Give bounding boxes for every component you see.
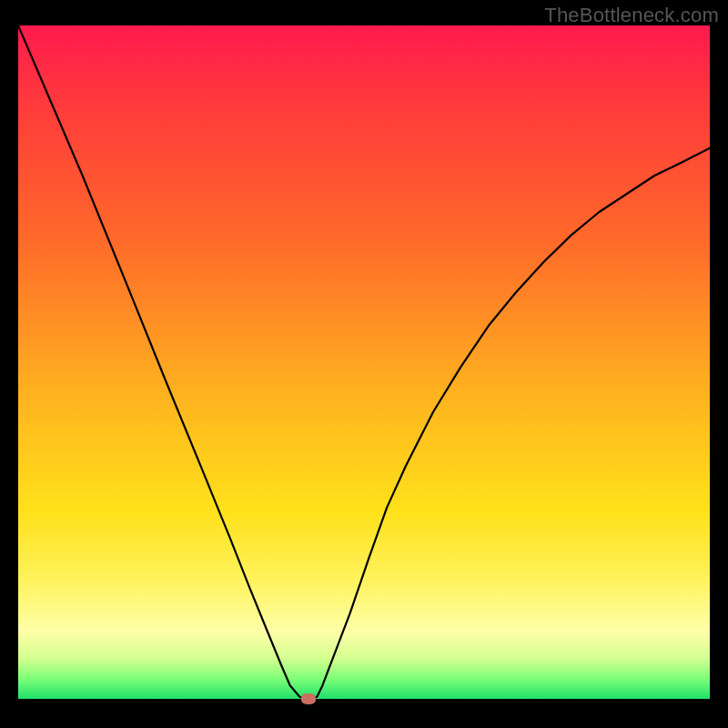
- watermark-text: TheBottleneck.com: [544, 4, 719, 27]
- plot-frame: [18, 25, 710, 710]
- plot-area: [18, 25, 710, 699]
- chart-container: TheBottleneck.com: [0, 0, 728, 728]
- optimal-point-marker: [301, 693, 316, 704]
- heat-gradient-background: [18, 25, 710, 699]
